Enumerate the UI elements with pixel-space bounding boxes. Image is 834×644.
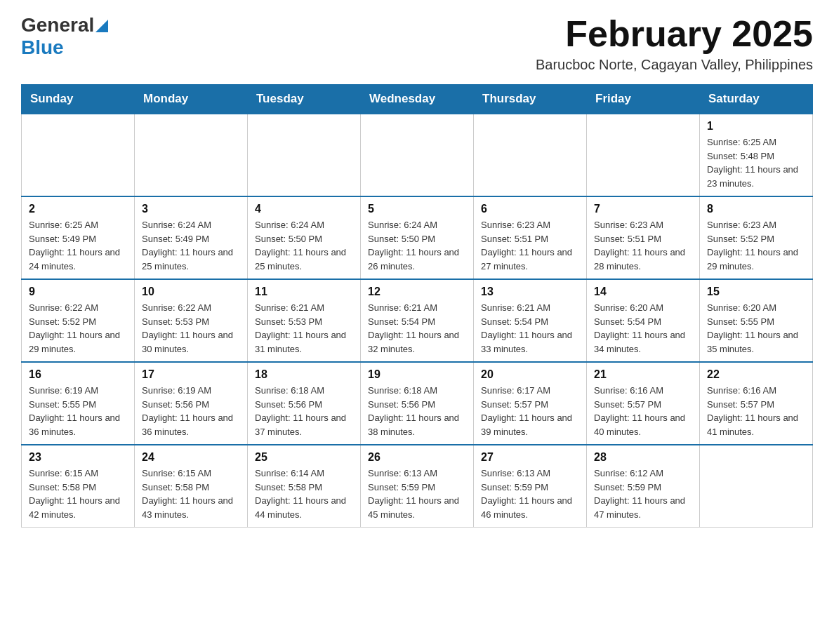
day-info: Sunrise: 6:15 AMSunset: 5:58 PMDaylight:… xyxy=(29,467,127,521)
calendar-cell: 5Sunrise: 6:24 AMSunset: 5:50 PMDaylight… xyxy=(361,196,474,279)
calendar-cell: 21Sunrise: 6:16 AMSunset: 5:57 PMDayligh… xyxy=(587,362,700,445)
day-info: Sunrise: 6:21 AMSunset: 5:54 PMDaylight:… xyxy=(481,301,579,356)
calendar-cell: 10Sunrise: 6:22 AMSunset: 5:53 PMDayligh… xyxy=(135,279,248,362)
day-info: Sunrise: 6:12 AMSunset: 5:59 PMDaylight:… xyxy=(594,467,692,521)
day-info: Sunrise: 6:22 AMSunset: 5:52 PMDaylight:… xyxy=(29,301,127,356)
day-number: 6 xyxy=(481,203,579,215)
calendar-cell: 17Sunrise: 6:19 AMSunset: 5:56 PMDayligh… xyxy=(135,362,248,445)
day-info: Sunrise: 6:24 AMSunset: 5:50 PMDaylight:… xyxy=(368,218,466,273)
calendar-cell: 15Sunrise: 6:20 AMSunset: 5:55 PMDayligh… xyxy=(700,279,813,362)
calendar-cell: 16Sunrise: 6:19 AMSunset: 5:55 PMDayligh… xyxy=(22,362,135,445)
day-number: 16 xyxy=(29,368,127,381)
day-number: 18 xyxy=(255,368,353,381)
day-info: Sunrise: 6:16 AMSunset: 5:57 PMDaylight:… xyxy=(707,384,805,438)
day-number: 24 xyxy=(142,451,240,464)
calendar-cell: 13Sunrise: 6:21 AMSunset: 5:54 PMDayligh… xyxy=(474,279,587,362)
day-info: Sunrise: 6:25 AMSunset: 5:48 PMDaylight:… xyxy=(707,135,805,190)
day-number: 9 xyxy=(29,286,127,298)
day-info: Sunrise: 6:17 AMSunset: 5:57 PMDaylight:… xyxy=(481,384,579,438)
calendar-week-5: 23Sunrise: 6:15 AMSunset: 5:58 PMDayligh… xyxy=(22,445,813,528)
calendar-cell: 6Sunrise: 6:23 AMSunset: 5:51 PMDaylight… xyxy=(474,196,587,279)
day-number: 22 xyxy=(707,368,805,381)
calendar-week-4: 16Sunrise: 6:19 AMSunset: 5:55 PMDayligh… xyxy=(22,362,813,445)
header-tuesday: Tuesday xyxy=(248,85,361,114)
calendar-cell: 4Sunrise: 6:24 AMSunset: 5:50 PMDaylight… xyxy=(248,196,361,279)
calendar-cell: 3Sunrise: 6:24 AMSunset: 5:49 PMDaylight… xyxy=(135,196,248,279)
calendar-cell: 1Sunrise: 6:25 AMSunset: 5:48 PMDaylight… xyxy=(700,114,813,196)
day-info: Sunrise: 6:21 AMSunset: 5:54 PMDaylight:… xyxy=(368,301,466,356)
calendar-week-3: 9Sunrise: 6:22 AMSunset: 5:52 PMDaylight… xyxy=(22,279,813,362)
day-number: 5 xyxy=(368,203,466,215)
calendar-table: Sunday Monday Tuesday Wednesday Thursday… xyxy=(21,84,813,528)
day-info: Sunrise: 6:23 AMSunset: 5:52 PMDaylight:… xyxy=(707,218,805,273)
calendar-week-2: 2Sunrise: 6:25 AMSunset: 5:49 PMDaylight… xyxy=(22,196,813,279)
logo-general-text: General xyxy=(21,14,94,36)
day-info: Sunrise: 6:21 AMSunset: 5:53 PMDaylight:… xyxy=(255,301,353,356)
day-info: Sunrise: 6:18 AMSunset: 5:56 PMDaylight:… xyxy=(255,384,353,438)
day-number: 14 xyxy=(594,286,692,298)
calendar-week-1: 1Sunrise: 6:25 AMSunset: 5:48 PMDaylight… xyxy=(22,114,813,196)
calendar-cell: 11Sunrise: 6:21 AMSunset: 5:53 PMDayligh… xyxy=(248,279,361,362)
svg-marker-0 xyxy=(95,20,108,32)
calendar-cell: 28Sunrise: 6:12 AMSunset: 5:59 PMDayligh… xyxy=(587,445,700,528)
day-info: Sunrise: 6:13 AMSunset: 5:59 PMDaylight:… xyxy=(481,467,579,521)
calendar-cell xyxy=(361,114,474,196)
day-number: 20 xyxy=(481,368,579,381)
day-info: Sunrise: 6:13 AMSunset: 5:59 PMDaylight:… xyxy=(368,467,466,521)
calendar-subtitle: Barucboc Norte, Cagayan Valley, Philippi… xyxy=(536,57,813,73)
day-info: Sunrise: 6:23 AMSunset: 5:51 PMDaylight:… xyxy=(481,218,579,273)
calendar-cell xyxy=(135,114,248,196)
day-number: 17 xyxy=(142,368,240,381)
calendar-cell xyxy=(22,114,135,196)
day-number: 10 xyxy=(142,286,240,298)
header-wednesday: Wednesday xyxy=(361,85,474,114)
page-header: General Blue February 2025 Barucboc Nort… xyxy=(21,14,813,73)
calendar-cell: 25Sunrise: 6:14 AMSunset: 5:58 PMDayligh… xyxy=(248,445,361,528)
logo-blue-text: Blue xyxy=(21,36,64,59)
calendar-cell xyxy=(474,114,587,196)
day-number: 7 xyxy=(594,203,692,215)
day-number: 13 xyxy=(481,286,579,298)
calendar-title: February 2025 xyxy=(536,14,813,54)
calendar-cell: 12Sunrise: 6:21 AMSunset: 5:54 PMDayligh… xyxy=(361,279,474,362)
calendar-cell: 19Sunrise: 6:18 AMSunset: 5:56 PMDayligh… xyxy=(361,362,474,445)
header-saturday: Saturday xyxy=(700,85,813,114)
calendar-cell: 9Sunrise: 6:22 AMSunset: 5:52 PMDaylight… xyxy=(22,279,135,362)
calendar-cell: 14Sunrise: 6:20 AMSunset: 5:54 PMDayligh… xyxy=(587,279,700,362)
calendar-cell: 8Sunrise: 6:23 AMSunset: 5:52 PMDaylight… xyxy=(700,196,813,279)
day-number: 4 xyxy=(255,203,353,215)
day-number: 3 xyxy=(142,203,240,215)
day-number: 21 xyxy=(594,368,692,381)
day-info: Sunrise: 6:20 AMSunset: 5:54 PMDaylight:… xyxy=(594,301,692,356)
calendar-header-row: Sunday Monday Tuesday Wednesday Thursday… xyxy=(22,85,813,114)
calendar-cell: 20Sunrise: 6:17 AMSunset: 5:57 PMDayligh… xyxy=(474,362,587,445)
calendar-cell xyxy=(587,114,700,196)
day-info: Sunrise: 6:25 AMSunset: 5:49 PMDaylight:… xyxy=(29,218,127,273)
day-info: Sunrise: 6:22 AMSunset: 5:53 PMDaylight:… xyxy=(142,301,240,356)
header-friday: Friday xyxy=(587,85,700,114)
day-number: 19 xyxy=(368,368,466,381)
day-info: Sunrise: 6:16 AMSunset: 5:57 PMDaylight:… xyxy=(594,384,692,438)
logo-triangle-icon xyxy=(95,20,108,32)
calendar-cell: 22Sunrise: 6:16 AMSunset: 5:57 PMDayligh… xyxy=(700,362,813,445)
day-info: Sunrise: 6:23 AMSunset: 5:51 PMDaylight:… xyxy=(594,218,692,273)
day-number: 1 xyxy=(707,120,805,133)
calendar-cell: 26Sunrise: 6:13 AMSunset: 5:59 PMDayligh… xyxy=(361,445,474,528)
calendar-cell: 24Sunrise: 6:15 AMSunset: 5:58 PMDayligh… xyxy=(135,445,248,528)
day-info: Sunrise: 6:24 AMSunset: 5:50 PMDaylight:… xyxy=(255,218,353,273)
day-info: Sunrise: 6:18 AMSunset: 5:56 PMDaylight:… xyxy=(368,384,466,438)
header-monday: Monday xyxy=(135,85,248,114)
calendar-cell: 18Sunrise: 6:18 AMSunset: 5:56 PMDayligh… xyxy=(248,362,361,445)
title-block: February 2025 Barucboc Norte, Cagayan Va… xyxy=(536,14,813,73)
calendar-cell: 7Sunrise: 6:23 AMSunset: 5:51 PMDaylight… xyxy=(587,196,700,279)
day-number: 15 xyxy=(707,286,805,298)
day-info: Sunrise: 6:15 AMSunset: 5:58 PMDaylight:… xyxy=(142,467,240,521)
calendar-cell: 27Sunrise: 6:13 AMSunset: 5:59 PMDayligh… xyxy=(474,445,587,528)
header-thursday: Thursday xyxy=(474,85,587,114)
header-sunday: Sunday xyxy=(22,85,135,114)
day-number: 27 xyxy=(481,451,579,464)
day-info: Sunrise: 6:20 AMSunset: 5:55 PMDaylight:… xyxy=(707,301,805,356)
calendar-cell: 2Sunrise: 6:25 AMSunset: 5:49 PMDaylight… xyxy=(22,196,135,279)
day-info: Sunrise: 6:14 AMSunset: 5:58 PMDaylight:… xyxy=(255,467,353,521)
day-number: 11 xyxy=(255,286,353,298)
